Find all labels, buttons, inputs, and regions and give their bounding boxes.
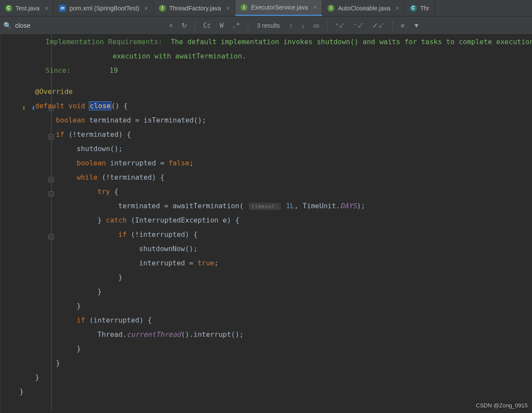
code-line: if (!terminated) { bbox=[19, 127, 532, 142]
select-occurrences-icon[interactable]: ✓⸔ bbox=[370, 20, 387, 31]
class-icon: C bbox=[410, 5, 417, 12]
code-line: try { bbox=[19, 184, 532, 199]
code-line: default void close() { bbox=[19, 99, 532, 113]
watermark: CSDN @Zong_0915 bbox=[476, 402, 528, 409]
tab-executorservice[interactable]: IExecutorService.java× bbox=[235, 0, 322, 16]
interface-icon: I bbox=[328, 5, 334, 12]
remove-selection-icon[interactable]: ⁻⸔ bbox=[351, 20, 367, 31]
clear-search-icon[interactable]: × bbox=[166, 20, 175, 31]
code-line: } bbox=[19, 370, 532, 384]
editor-tabs: CTest.java× mpom.xml (SpringBootTest)× I… bbox=[0, 0, 532, 16]
close-icon[interactable]: × bbox=[226, 5, 230, 12]
code-line: @Override bbox=[19, 84, 532, 99]
interface-icon: I bbox=[159, 5, 166, 12]
code-line: shutdownNow(); bbox=[19, 242, 532, 256]
tab-autocloseable[interactable]: IAutoCloseable.java× bbox=[322, 0, 405, 16]
tab-threadfactory[interactable]: IThreadFactory.java× bbox=[154, 0, 236, 16]
code-line: if (!interrupted) { bbox=[19, 227, 532, 242]
code-line: } catch (InterruptedException e) { bbox=[19, 213, 532, 227]
class-icon: C bbox=[5, 5, 12, 12]
tab-test[interactable]: CTest.java× bbox=[0, 0, 54, 16]
tab-overflow[interactable]: CThr bbox=[405, 0, 435, 16]
code-editor[interactable]: 409 410 ⬆ ⬇ 411 412 413 414 415 416 417 … bbox=[0, 35, 532, 413]
code-line: interrupted = true; bbox=[19, 256, 532, 270]
close-icon[interactable]: × bbox=[45, 5, 48, 12]
close-icon[interactable]: × bbox=[145, 5, 148, 12]
code-line: } bbox=[19, 270, 532, 284]
code-line: boolean interrupted = false; bbox=[19, 156, 532, 170]
code-line: } bbox=[19, 356, 532, 370]
settings-icon[interactable]: ≡ bbox=[398, 20, 407, 31]
words-toggle[interactable]: W bbox=[217, 20, 226, 31]
history-icon[interactable]: ↻ bbox=[179, 20, 190, 31]
code-line: shutdown(); bbox=[19, 142, 532, 156]
code-line: } bbox=[19, 342, 532, 356]
add-selection-icon[interactable]: ⁺⸔ bbox=[333, 20, 348, 31]
parameter-hint: timeout: bbox=[249, 203, 281, 210]
code-line: Thread.currentThread().interrupt(); bbox=[19, 327, 532, 342]
interface-icon: I bbox=[240, 4, 247, 11]
close-icon[interactable]: × bbox=[313, 4, 317, 11]
tab-pom[interactable]: mpom.xml (SpringBootTest)× bbox=[54, 0, 153, 16]
prev-match-icon[interactable]: ↑ bbox=[287, 20, 295, 31]
javadoc: Implementation Requirements: The default… bbox=[19, 35, 532, 49]
next-match-icon[interactable]: ↓ bbox=[299, 20, 308, 31]
select-all-icon[interactable]: ▭ bbox=[311, 20, 322, 31]
code-line: } bbox=[19, 384, 532, 399]
find-bar: 🔍 × ↻ Cc W .* 3 results ↑ ↓ ▭ ⁺⸔ ⁻⸔ ✓⸔ ≡… bbox=[0, 16, 532, 35]
maven-icon: m bbox=[59, 5, 66, 12]
search-icon: 🔍 bbox=[3, 22, 12, 29]
code-line: while (!terminated) { bbox=[19, 170, 532, 184]
code-area[interactable]: Implementation Requirements: The default… bbox=[0, 35, 532, 413]
code-line: boolean terminated = isTerminated(); bbox=[19, 113, 532, 127]
code-line: } bbox=[19, 284, 532, 299]
regex-toggle[interactable]: .* bbox=[230, 20, 243, 31]
match-case-toggle[interactable]: Cc bbox=[201, 20, 214, 31]
code-line: terminated = awaitTermination( timeout: … bbox=[19, 199, 532, 213]
filter-icon[interactable]: ▼ bbox=[411, 20, 422, 31]
code-line: } bbox=[19, 299, 532, 313]
code-line: if (interrupted) { bbox=[19, 313, 532, 327]
close-icon[interactable]: × bbox=[396, 5, 399, 12]
javadoc: execution with awaitTermination. bbox=[19, 49, 532, 63]
javadoc: Since:19 bbox=[19, 63, 532, 77]
search-input[interactable] bbox=[15, 22, 163, 29]
result-count: 3 results bbox=[257, 22, 280, 29]
